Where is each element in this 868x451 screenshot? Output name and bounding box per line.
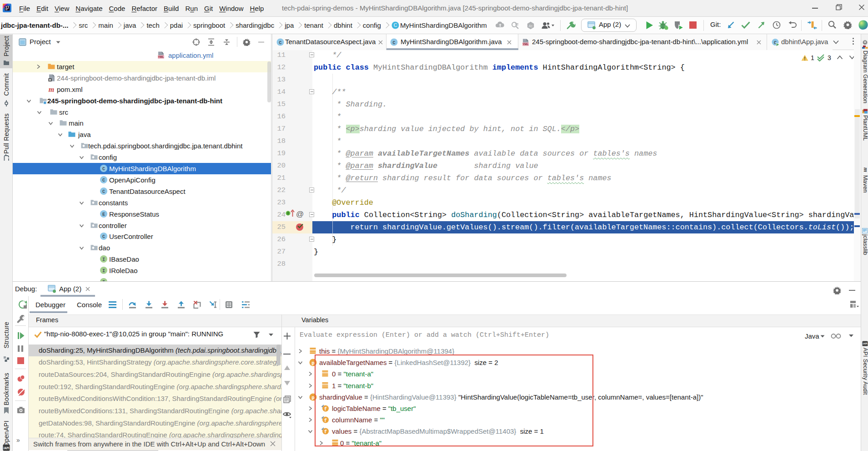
svg-text:C: C (394, 22, 397, 28)
svg-text:C: C (102, 189, 105, 194)
svg-text:C: C (102, 167, 105, 172)
svg-text:C: C (392, 41, 395, 46)
svg-text:4c: 4c (529, 24, 533, 28)
svg-text:/API: /API (4, 446, 10, 450)
svg-text:E: E (102, 212, 105, 217)
svg-text:m: m (49, 85, 54, 93)
svg-text:C: C (102, 234, 105, 239)
svg-text:I: I (102, 257, 105, 262)
svg-text:/API: /API (863, 342, 868, 345)
svg-text:C: C (102, 178, 105, 183)
svg-text:YML: YML (522, 42, 528, 46)
svg-text:I: I (102, 269, 105, 274)
svg-text:C: C (279, 41, 281, 46)
svg-text:YML: YML (158, 55, 164, 58)
